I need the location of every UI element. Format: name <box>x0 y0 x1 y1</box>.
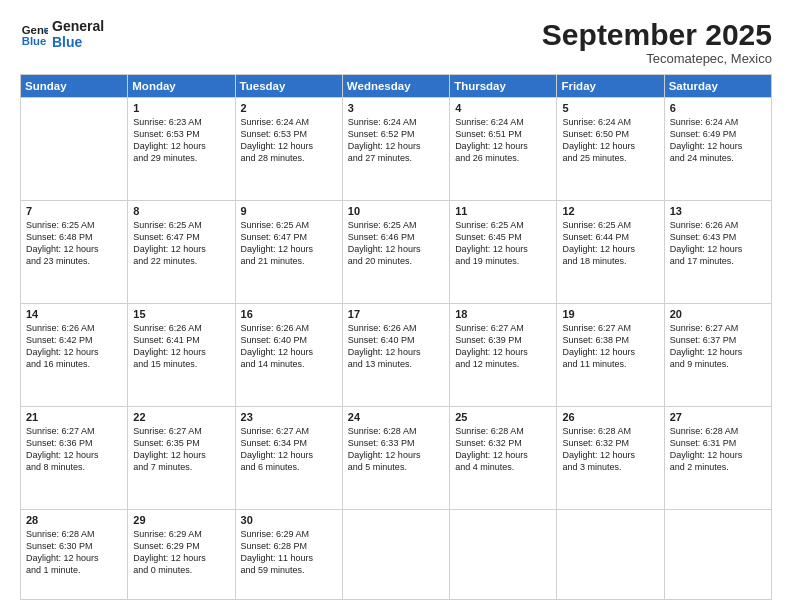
day-number: 3 <box>348 102 444 114</box>
calendar-cell: 24Sunrise: 6:28 AM Sunset: 6:33 PM Dayli… <box>342 407 449 510</box>
month-title: September 2025 <box>542 18 772 51</box>
calendar-cell: 12Sunrise: 6:25 AM Sunset: 6:44 PM Dayli… <box>557 201 664 304</box>
calendar-cell: 10Sunrise: 6:25 AM Sunset: 6:46 PM Dayli… <box>342 201 449 304</box>
cell-content: Sunrise: 6:24 AM Sunset: 6:53 PM Dayligh… <box>241 116 337 165</box>
calendar-cell: 9Sunrise: 6:25 AM Sunset: 6:47 PM Daylig… <box>235 201 342 304</box>
cell-content: Sunrise: 6:23 AM Sunset: 6:53 PM Dayligh… <box>133 116 229 165</box>
week-row-4: 21Sunrise: 6:27 AM Sunset: 6:36 PM Dayli… <box>21 407 772 510</box>
calendar-cell: 5Sunrise: 6:24 AM Sunset: 6:50 PM Daylig… <box>557 98 664 201</box>
calendar-cell: 26Sunrise: 6:28 AM Sunset: 6:32 PM Dayli… <box>557 407 664 510</box>
day-number: 6 <box>670 102 766 114</box>
cell-content: Sunrise: 6:29 AM Sunset: 6:28 PM Dayligh… <box>241 528 337 577</box>
header-row: SundayMondayTuesdayWednesdayThursdayFrid… <box>21 75 772 98</box>
calendar-cell: 28Sunrise: 6:28 AM Sunset: 6:30 PM Dayli… <box>21 510 128 600</box>
day-number: 4 <box>455 102 551 114</box>
day-number: 8 <box>133 205 229 217</box>
day-number: 22 <box>133 411 229 423</box>
calendar-cell: 21Sunrise: 6:27 AM Sunset: 6:36 PM Dayli… <box>21 407 128 510</box>
location: Tecomatepec, Mexico <box>542 51 772 66</box>
col-header-friday: Friday <box>557 75 664 98</box>
cell-content: Sunrise: 6:27 AM Sunset: 6:36 PM Dayligh… <box>26 425 122 474</box>
calendar-cell: 18Sunrise: 6:27 AM Sunset: 6:39 PM Dayli… <box>450 304 557 407</box>
title-block: September 2025 Tecomatepec, Mexico <box>542 18 772 66</box>
calendar-cell: 17Sunrise: 6:26 AM Sunset: 6:40 PM Dayli… <box>342 304 449 407</box>
svg-text:General: General <box>22 24 48 36</box>
logo-line2: Blue <box>52 34 104 50</box>
cell-content: Sunrise: 6:25 AM Sunset: 6:46 PM Dayligh… <box>348 219 444 268</box>
day-number: 13 <box>670 205 766 217</box>
day-number: 18 <box>455 308 551 320</box>
calendar-cell: 22Sunrise: 6:27 AM Sunset: 6:35 PM Dayli… <box>128 407 235 510</box>
cell-content: Sunrise: 6:27 AM Sunset: 6:39 PM Dayligh… <box>455 322 551 371</box>
day-number: 28 <box>26 514 122 526</box>
calendar-cell: 11Sunrise: 6:25 AM Sunset: 6:45 PM Dayli… <box>450 201 557 304</box>
day-number: 24 <box>348 411 444 423</box>
week-row-5: 28Sunrise: 6:28 AM Sunset: 6:30 PM Dayli… <box>21 510 772 600</box>
col-header-saturday: Saturday <box>664 75 771 98</box>
col-header-wednesday: Wednesday <box>342 75 449 98</box>
col-header-thursday: Thursday <box>450 75 557 98</box>
svg-text:Blue: Blue <box>22 35 47 47</box>
calendar-cell: 30Sunrise: 6:29 AM Sunset: 6:28 PM Dayli… <box>235 510 342 600</box>
cell-content: Sunrise: 6:27 AM Sunset: 6:37 PM Dayligh… <box>670 322 766 371</box>
cell-content: Sunrise: 6:26 AM Sunset: 6:40 PM Dayligh… <box>348 322 444 371</box>
calendar-cell <box>557 510 664 600</box>
header: General Blue General Blue September 2025… <box>20 18 772 66</box>
cell-content: Sunrise: 6:27 AM Sunset: 6:35 PM Dayligh… <box>133 425 229 474</box>
day-number: 27 <box>670 411 766 423</box>
day-number: 7 <box>26 205 122 217</box>
week-row-3: 14Sunrise: 6:26 AM Sunset: 6:42 PM Dayli… <box>21 304 772 407</box>
logo-icon: General Blue <box>20 20 48 48</box>
cell-content: Sunrise: 6:28 AM Sunset: 6:32 PM Dayligh… <box>455 425 551 474</box>
day-number: 15 <box>133 308 229 320</box>
calendar-cell: 7Sunrise: 6:25 AM Sunset: 6:48 PM Daylig… <box>21 201 128 304</box>
cell-content: Sunrise: 6:29 AM Sunset: 6:29 PM Dayligh… <box>133 528 229 577</box>
cell-content: Sunrise: 6:26 AM Sunset: 6:43 PM Dayligh… <box>670 219 766 268</box>
col-header-sunday: Sunday <box>21 75 128 98</box>
day-number: 11 <box>455 205 551 217</box>
cell-content: Sunrise: 6:26 AM Sunset: 6:40 PM Dayligh… <box>241 322 337 371</box>
calendar-cell: 6Sunrise: 6:24 AM Sunset: 6:49 PM Daylig… <box>664 98 771 201</box>
cell-content: Sunrise: 6:28 AM Sunset: 6:30 PM Dayligh… <box>26 528 122 577</box>
calendar-cell: 20Sunrise: 6:27 AM Sunset: 6:37 PM Dayli… <box>664 304 771 407</box>
day-number: 20 <box>670 308 766 320</box>
week-row-1: 1Sunrise: 6:23 AM Sunset: 6:53 PM Daylig… <box>21 98 772 201</box>
day-number: 16 <box>241 308 337 320</box>
cell-content: Sunrise: 6:28 AM Sunset: 6:33 PM Dayligh… <box>348 425 444 474</box>
calendar-cell <box>450 510 557 600</box>
day-number: 17 <box>348 308 444 320</box>
cell-content: Sunrise: 6:24 AM Sunset: 6:52 PM Dayligh… <box>348 116 444 165</box>
calendar-cell: 27Sunrise: 6:28 AM Sunset: 6:31 PM Dayli… <box>664 407 771 510</box>
calendar-cell <box>664 510 771 600</box>
day-number: 2 <box>241 102 337 114</box>
cell-content: Sunrise: 6:25 AM Sunset: 6:44 PM Dayligh… <box>562 219 658 268</box>
logo-line1: General <box>52 18 104 34</box>
cell-content: Sunrise: 6:28 AM Sunset: 6:31 PM Dayligh… <box>670 425 766 474</box>
cell-content: Sunrise: 6:24 AM Sunset: 6:49 PM Dayligh… <box>670 116 766 165</box>
calendar-cell: 13Sunrise: 6:26 AM Sunset: 6:43 PM Dayli… <box>664 201 771 304</box>
calendar-table: SundayMondayTuesdayWednesdayThursdayFrid… <box>20 74 772 600</box>
calendar-cell: 8Sunrise: 6:25 AM Sunset: 6:47 PM Daylig… <box>128 201 235 304</box>
cell-content: Sunrise: 6:27 AM Sunset: 6:38 PM Dayligh… <box>562 322 658 371</box>
calendar-cell: 25Sunrise: 6:28 AM Sunset: 6:32 PM Dayli… <box>450 407 557 510</box>
cell-content: Sunrise: 6:25 AM Sunset: 6:47 PM Dayligh… <box>133 219 229 268</box>
calendar-cell <box>21 98 128 201</box>
cell-content: Sunrise: 6:24 AM Sunset: 6:51 PM Dayligh… <box>455 116 551 165</box>
calendar-cell: 23Sunrise: 6:27 AM Sunset: 6:34 PM Dayli… <box>235 407 342 510</box>
calendar-cell: 14Sunrise: 6:26 AM Sunset: 6:42 PM Dayli… <box>21 304 128 407</box>
calendar-cell: 29Sunrise: 6:29 AM Sunset: 6:29 PM Dayli… <box>128 510 235 600</box>
day-number: 26 <box>562 411 658 423</box>
day-number: 19 <box>562 308 658 320</box>
day-number: 30 <box>241 514 337 526</box>
col-header-monday: Monday <box>128 75 235 98</box>
calendar-cell: 16Sunrise: 6:26 AM Sunset: 6:40 PM Dayli… <box>235 304 342 407</box>
day-number: 12 <box>562 205 658 217</box>
day-number: 29 <box>133 514 229 526</box>
cell-content: Sunrise: 6:24 AM Sunset: 6:50 PM Dayligh… <box>562 116 658 165</box>
day-number: 1 <box>133 102 229 114</box>
day-number: 25 <box>455 411 551 423</box>
calendar-cell: 15Sunrise: 6:26 AM Sunset: 6:41 PM Dayli… <box>128 304 235 407</box>
calendar-cell: 3Sunrise: 6:24 AM Sunset: 6:52 PM Daylig… <box>342 98 449 201</box>
day-number: 14 <box>26 308 122 320</box>
cell-content: Sunrise: 6:25 AM Sunset: 6:48 PM Dayligh… <box>26 219 122 268</box>
